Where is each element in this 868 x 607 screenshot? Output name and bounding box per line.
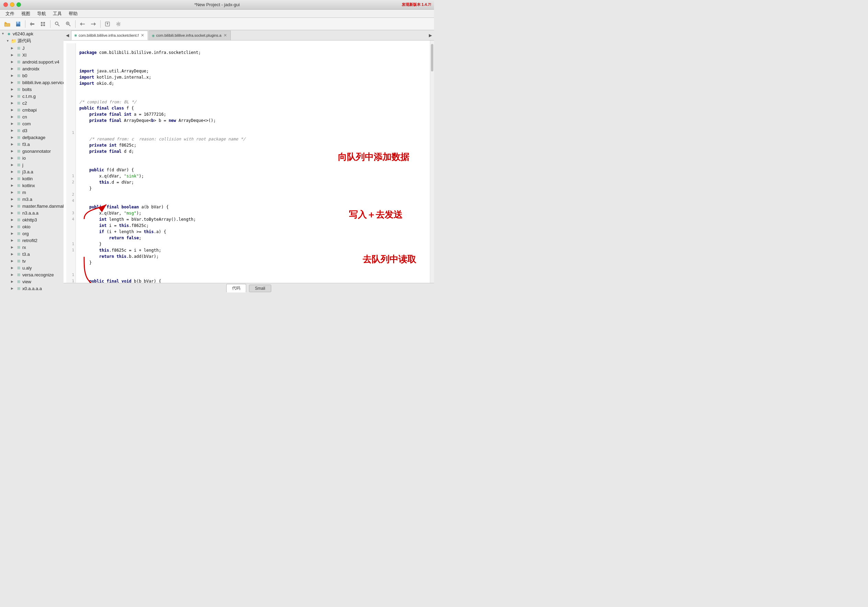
svg-rect-5 [16,24,20,26]
ln-blank-26 [72,260,74,265]
tab-socket-plugins-a[interactable]: ◉ com.bilibili.bililive.infra.socket.plu… [149,31,231,40]
sidebar-item-kotlinx[interactable]: ▶ ⊞ kotlinx [0,182,64,189]
tab-socketclient-f[interactable]: ◉ com.bilibili.bililive.infra.socketclie… [71,31,148,40]
tab-bar: ◀ ◉ com.bilibili.bililive.infra.socketcl… [64,30,434,40]
bottom-tab-bar: 代码 Smali [64,283,434,293]
sidebar-item-t3a[interactable]: ▶ ⊞ t3.a [0,251,64,257]
sidebar-item-tv[interactable]: ▶ ⊞ tv [0,257,64,264]
menu-tools[interactable]: 工具 [50,10,65,17]
grid-button[interactable] [38,19,48,29]
sidebar-item-com[interactable]: ▶ ⊞ com [0,120,64,127]
sidebar-item-versa[interactable]: ▶ ⊞ versa.recognize [0,271,64,278]
tab-close-2[interactable]: ✕ [223,33,228,38]
sidebar-item-m3a[interactable]: ▶ ⊞ m3.a [0,196,64,203]
sidebar-item-b0[interactable]: ▶ ⊞ b0 [0,72,64,79]
magnify-button[interactable] [63,19,73,29]
ln-1b: 1 [72,174,74,178]
sidebar-item-bolts[interactable]: ▶ ⊞ bolts [0,86,64,93]
tree-root[interactable]: ▼ ◈ v6240.apk [0,30,64,37]
sidebar-item-defpackage[interactable]: ▶ ⊞ defpackage [0,134,64,141]
package-icon-c2: ⊞ [16,100,21,106]
menu-file[interactable]: 文件 [3,10,17,17]
sidebar-item-d3[interactable]: ▶ ⊞ d3 [0,127,64,134]
tab-icon-1: ◉ [74,33,77,37]
open-file-button[interactable] [2,19,12,29]
sidebar-item-xi[interactable]: ▶ ⊞ XI [0,51,64,58]
package-icon-view: ⊞ [16,279,21,284]
ln-blank-9 [72,99,74,104]
find-button[interactable] [52,19,62,29]
package-icon-bilibili: ⊞ [16,80,21,85]
package-icon-m: ⊞ [16,189,21,195]
sidebar-item-j3aa[interactable]: ▶ ⊞ j3.a.a [0,168,64,175]
update-notice[interactable]: 发现新版本 1.4.7! [402,2,431,7]
sidebar-item-androidx[interactable]: ▶ ⊞ androidx [0,65,64,72]
sidebar-item-view[interactable]: ▶ ⊞ view [0,278,64,285]
menu-view[interactable]: 视图 [19,10,33,17]
settings-button[interactable] [113,19,124,29]
maximize-button[interactable] [17,2,21,7]
back-button[interactable] [27,19,37,29]
sidebar-item-x0[interactable]: ▶ ⊞ x0.a.a.a.a [0,285,64,292]
package-icon-j2: ⊞ [16,162,21,167]
bottom-tab-smali[interactable]: Smali [249,285,271,292]
close-button[interactable] [3,2,8,7]
tab-close-1[interactable]: ✕ [140,33,145,38]
window-controls[interactable] [3,2,21,7]
package-icon-okio: ⊞ [16,224,21,229]
package-icon-j: ⊞ [16,45,21,51]
nav-forward-button[interactable] [88,19,99,29]
minimize-button[interactable] [10,2,14,7]
sidebar-item-cn[interactable]: ▶ ⊞ cn [0,113,64,120]
sidebar-item-rx[interactable]: ▶ ⊞ rx [0,244,64,251]
sidebar-item-j[interactable]: ▶ ⊞ J [0,45,64,51]
nav-back-button[interactable] [77,19,88,29]
sidebar-item-bilibili[interactable]: ▶ ⊞ bilibili.live.app.service [0,79,64,86]
sidebar[interactable]: ▼ ◈ v6240.apk ▼ 📁 源代码 ▶ ⊞ J ▶ ⊞ XI [0,30,64,293]
ln-1d: 1 [72,248,74,252]
package-icon-danmaku: ⊞ [16,203,21,209]
menu-navigate[interactable]: 导航 [34,10,49,17]
sidebar-item-android-support[interactable]: ▶ ⊞ android.support.v4 [0,58,64,65]
sidebar-item-okhttp3[interactable]: ▶ ⊞ okhttp3 [0,216,64,223]
package-icon-okhttp3: ⊞ [16,217,21,223]
sidebar-item-cmbapi[interactable]: ▶ ⊞ cmbapi [0,107,64,113]
sidebar-item-gsonannotator[interactable]: ▶ ⊞ gsonannotator [0,148,64,155]
sidebar-item-n3[interactable]: ▶ ⊞ n3.a.a.a [0,209,64,216]
sidebar-item-okio[interactable]: ▶ ⊞ okio [0,223,64,230]
ln-2b: 2 [72,192,74,197]
sidebar-item-source[interactable]: ▼ 📁 源代码 [0,37,64,45]
source-label: 源代码 [17,38,31,44]
export-button[interactable] [102,19,113,29]
tab-scroll-left[interactable]: ◀ [64,31,71,40]
ln-1c: 1 [72,242,74,246]
sidebar-item-retrofit2[interactable]: ▶ ⊞ retrofit2 [0,237,64,244]
sidebar-item-resources[interactable]: ▶ ⊞ 资源文件 [0,292,64,293]
menu-help[interactable]: 帮助 [66,10,81,17]
bottom-tab-code[interactable]: 代码 [226,284,246,293]
vertical-scrollbar[interactable] [430,40,434,283]
svg-rect-0 [5,23,7,23]
sidebar-item-ualy[interactable]: ▶ ⊞ u.aly [0,264,64,271]
sidebar-item-kotlin[interactable]: ▶ ⊞ kotlin [0,175,64,182]
scrollbar-thumb[interactable] [431,44,433,71]
sidebar-item-c2[interactable]: ▶ ⊞ c2 [0,99,64,107]
toolbar-sep-2 [50,20,51,28]
package-icon-bolts: ⊞ [16,87,21,92]
sidebar-item-org[interactable]: ▶ ⊞ org [0,230,64,237]
sidebar-item-danmaku[interactable]: ▶ ⊞ master.flame.danmaku [0,203,64,209]
sidebar-item-ctmg[interactable]: ▶ ⊞ c.t.m.g [0,93,64,99]
tab-scroll-right[interactable]: ▶ [426,31,434,40]
svg-rect-8 [43,22,45,24]
save-button[interactable] [13,19,23,29]
ln-blank-2 [72,56,74,61]
sidebar-item-io[interactable]: ▶ ⊞ io [0,155,64,161]
ln-blank-25 [72,254,74,259]
sidebar-item-j2[interactable]: ▶ ⊞ j [0,161,64,168]
ln-blank-20 [72,186,74,190]
package-icon-tv: ⊞ [16,258,21,264]
svg-rect-9 [41,24,43,26]
sidebar-item-m[interactable]: ▶ ⊞ m [0,189,64,196]
editor-scroll[interactable]: 1 1 2 2 4 3 4 1 1 1 1 2 2 3 package com.… [64,40,430,283]
sidebar-item-f3a[interactable]: ▶ ⊞ f3.a [0,141,64,148]
